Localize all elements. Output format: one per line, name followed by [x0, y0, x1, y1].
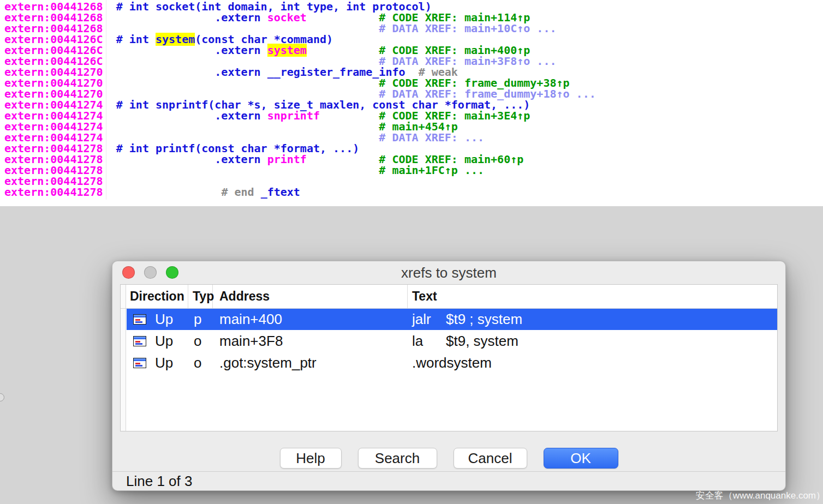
address-cell: main+3F8 [213, 333, 408, 350]
xref-icon [133, 358, 146, 368]
xrefs-dialog: xrefs to system Direction Typ Address Te… [112, 261, 786, 491]
watermark: 安全客（www.anquanke.com） [696, 489, 823, 502]
header-divider [121, 308, 777, 309]
mnemonic: jalr [412, 311, 446, 328]
mnemonic: .word [412, 355, 447, 371]
asm-line[interactable]: extern:00441278 .extern printf # CODE XR… [4, 154, 596, 165]
asm-line[interactable]: extern:00441268 # int socket(int domain,… [4, 1, 596, 12]
column-header-direction[interactable]: Direction [127, 285, 188, 308]
asm-line[interactable]: extern:00441278 # end _ftext [4, 187, 596, 197]
mnemonic: la [412, 333, 446, 350]
column-header-type[interactable]: Typ [188, 285, 213, 308]
minimize-button[interactable] [144, 266, 157, 279]
disassembly-listing[interactable]: extern:00441268 # int socket(int domain,… [4, 1, 596, 197]
ok-button[interactable]: OK [544, 448, 618, 469]
column-header-text[interactable]: Text [408, 285, 777, 308]
address-column-divider [106, 0, 106, 200]
asm-line[interactable]: extern:00441274 # int snprintf(char *s, … [4, 99, 596, 110]
direction-cell: Up [127, 355, 188, 371]
asm-line[interactable]: extern:0044126C .extern system # CODE XR… [4, 45, 596, 56]
xref-table: Direction Typ Address Text Uppmain+400ja… [120, 284, 778, 431]
asm-line[interactable]: extern:00441278 [4, 176, 596, 187]
xref-row[interactable]: Upo.got:system_ptr.wordsystem [127, 352, 777, 374]
zoom-button[interactable] [166, 266, 178, 279]
type-cell: o [188, 355, 213, 371]
text-cell: la$t9, system [408, 333, 777, 350]
direction-label: Up [155, 333, 173, 350]
search-button[interactable]: Search [358, 448, 437, 469]
dialog-buttons: HelpSearchCancelOK [112, 448, 785, 469]
screen: extern:00441268 # int socket(int domain,… [0, 0, 823, 504]
asm-line[interactable]: extern:00441270 # DATA XREF: frame_dummy… [4, 88, 596, 99]
type-cell: o [188, 333, 213, 350]
asm-address: extern:00441278 [4, 185, 103, 199]
asm-line[interactable]: extern:0044126C # DATA XREF: main+3F8↑o … [4, 56, 596, 67]
type-cell: p [188, 311, 213, 328]
asm-segment: # DATA XREF: ... [379, 131, 484, 144]
address-cell: .got:system_ptr [213, 355, 408, 371]
xref-table-header: Direction Typ Address Text [127, 285, 777, 308]
direction-label: Up [155, 311, 173, 328]
direction-cell: Up [127, 311, 188, 328]
asm-line[interactable]: extern:00441278 # int printf(const char … [4, 143, 596, 154]
cancel-button[interactable]: Cancel [454, 448, 527, 469]
xref-table-body: Uppmain+400jalr$t9 ; systemUpomain+3F8la… [121, 308, 777, 374]
operands: $t9, system [446, 333, 518, 349]
operands: $t9 ; system [446, 311, 522, 327]
asm-segment: # main+1FC↑p ... [379, 164, 484, 177]
asm-line[interactable]: extern:00441274 # main+454↑p [4, 121, 596, 132]
dialog-statusbar: Line 1 of 3 [112, 471, 785, 490]
status-line: Line 1 of 3 [126, 473, 192, 490]
text-cell: jalr$t9 ; system [408, 311, 777, 328]
xref-icon [133, 336, 146, 346]
asm-segment: # DATA XREF: main+10C↑o ... [379, 22, 556, 35]
asm-line[interactable]: extern:00441268 # DATA XREF: main+10C↑o … [4, 23, 596, 34]
xref-icon [133, 314, 146, 325]
asm-line[interactable]: extern:00441270 .extern __register_frame… [4, 67, 596, 77]
asm-line[interactable]: extern:00441268 .extern socket # CODE XR… [4, 12, 596, 23]
asm-line[interactable]: extern:00441278 # main+1FC↑p ... [4, 165, 596, 176]
asm-segment: _ftext [261, 185, 300, 199]
direction-label: Up [155, 355, 173, 371]
asm-line[interactable]: extern:0044126C # int system(const char … [4, 34, 596, 45]
dialog-titlebar[interactable]: xrefs to system [112, 261, 785, 284]
asm-line[interactable]: extern:00441274 # DATA XREF: ... [4, 132, 596, 143]
asm-line[interactable]: extern:00441274 .extern snprintf # CODE … [4, 110, 596, 121]
xref-row[interactable]: Upomain+3F8la$t9, system [127, 330, 777, 352]
asm-line[interactable]: extern:00441270 # CODE XREF: frame_dummy… [4, 77, 596, 88]
dialog-title: xrefs to system [112, 261, 785, 284]
xref-row[interactable]: Uppmain+400jalr$t9 ; system [127, 308, 777, 330]
asm-pad [103, 164, 379, 177]
close-button[interactable] [122, 266, 135, 279]
direction-cell: Up [127, 333, 188, 350]
text-cell: .wordsystem [408, 355, 777, 371]
asm-segment: # end [221, 185, 260, 199]
column-header-address[interactable]: Address [213, 285, 408, 308]
traffic-lights [122, 266, 178, 279]
address-cell: main+400 [213, 311, 408, 328]
help-button[interactable]: Help [280, 448, 342, 469]
asm-pad [103, 185, 222, 199]
operands: system [447, 355, 492, 371]
